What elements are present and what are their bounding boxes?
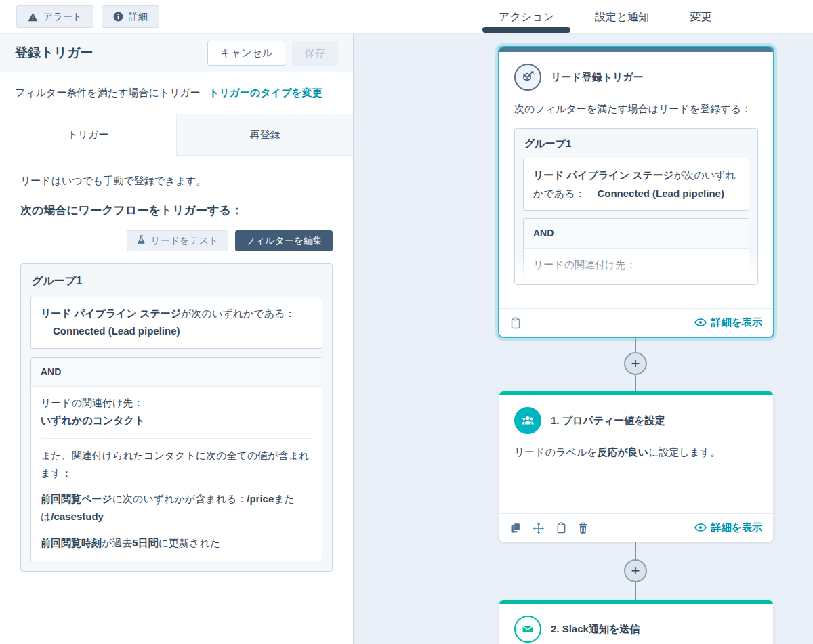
workflow-top-tabs: アクション 設定と通知 変更 — [478, 0, 732, 34]
filter-actions-row: リードをテスト フィルターを編集 — [20, 230, 333, 251]
trigger-card-body: 次のフィルターを満たす場合はリードを登録する： — [514, 101, 758, 118]
group-title: グループ1 — [30, 273, 322, 288]
time-value: 5日間 — [132, 537, 158, 549]
action1-card-footer: 詳細を表示 — [499, 513, 773, 542]
manual-enroll-note: リードはいつでも手動で登録できます。 — [20, 175, 333, 188]
page-condition: 前回閲覧ページに次のいずれかが含まれる：/priceまたは/casestudy — [41, 490, 312, 526]
trigger-and-label: AND — [524, 219, 749, 249]
trigger-card-head: リード登録トリガー — [514, 64, 758, 91]
condition-property: リード パイプライン ステージ — [41, 307, 181, 319]
top-bar: アラート 詳細 アクション 設定と通知 変更 — [0, 0, 813, 34]
trigger-card-topbar — [499, 47, 773, 52]
contains-intro: また、関連付けられたコンタクトに次の全ての値が含まれます： — [41, 447, 312, 483]
enrollment-trigger-panel: 登録トリガー キャンセル 保存 フィルター条件を満たす場合にトリガー トリガーの… — [0, 34, 354, 644]
time-mid: が過去 — [102, 537, 132, 549]
change-trigger-type-link[interactable]: トリガーのタイプを変更 — [209, 87, 322, 98]
action2-card-title: 2. Slack通知を送信 — [551, 623, 640, 636]
plus-icon: + — [631, 563, 640, 578]
trigger-card[interactable]: リード登録トリガー 次のフィルターを満たす場合はリードを登録する： グループ1 … — [499, 47, 773, 337]
test-leads-label: リードをテスト — [150, 235, 218, 247]
condition-pipeline-stage[interactable]: リード パイプライン ステージが次のいずれかである：Connected (Lea… — [30, 297, 322, 349]
tab-changes-label: 変更 — [690, 10, 711, 24]
enrollment-trigger-icon — [514, 64, 541, 91]
page-property: 前回閲覧ページ — [41, 493, 112, 505]
trash-icon[interactable] — [578, 522, 588, 534]
save-button[interactable]: 保存 — [292, 41, 338, 66]
trigger-condition-pipeline: リード パイプライン ステージが次のいずれかである：Connected (Lea… — [523, 158, 749, 211]
filter-group-box: グループ1 リード パイプライン ステージが次のいずれかである：Connecte… — [20, 263, 333, 572]
tab-trigger[interactable]: トリガー — [0, 114, 176, 156]
tab-settings-notifications[interactable]: 設定と通知 — [575, 0, 669, 34]
tab-actions-label: アクション — [499, 10, 554, 24]
panel-tabs: トリガー 再登録 — [0, 114, 353, 156]
condition-value: Connected (Lead pipeline) — [53, 325, 180, 337]
slack-notification-icon — [514, 616, 541, 643]
tab-settings-label: 設定と通知 — [595, 10, 649, 24]
move-icon[interactable] — [533, 522, 545, 534]
page-value-2: /casestudy — [51, 511, 104, 522]
add-action-button-1[interactable]: + — [624, 352, 647, 375]
details-button[interactable]: 詳細 — [102, 5, 159, 28]
plus-icon: + — [631, 356, 640, 371]
clipboard-icon[interactable] — [510, 317, 521, 329]
action2-card[interactable]: 2. Slack通知を送信 — [499, 600, 773, 644]
action1-body-post: に設定します。 — [648, 446, 720, 458]
time-condition: 前回閲覧時刻が過去5日間に更新された — [41, 534, 312, 552]
trigger-card-footer: 詳細を表示 — [499, 308, 773, 337]
panel-header: 登録トリガー キャンセル 保存 — [0, 34, 353, 72]
page-operator: に次のいずれかが含まれる： — [112, 493, 247, 505]
tab-reenrollment-label: 再登録 — [250, 129, 280, 142]
action1-show-details-label: 詳細を表示 — [711, 521, 762, 534]
trigger-heading: 次の場合にワークフローをトリガーする： — [20, 202, 333, 218]
action2-card-head: 2. Slack通知を送信 — [514, 616, 758, 643]
trigger-cond-property: リード パイプライン ステージ — [533, 169, 673, 181]
action1-card-title: 1. プロパティー値を設定 — [551, 414, 665, 427]
condition-and-block[interactable]: AND リードの関連付け先： いずれかのコンタクト また、関連付けられたコンタク… — [30, 357, 322, 561]
action1-body-pre: リードのラベルを — [514, 446, 597, 458]
trigger-condition-and: AND リードの関連付け先： いずれかのコンタクト — [523, 218, 749, 285]
warning-icon — [28, 12, 38, 22]
add-action-button-2[interactable]: + — [624, 559, 647, 582]
trigger-show-details-label: 詳細を表示 — [711, 316, 762, 329]
time-tail: に更新された — [159, 537, 220, 549]
trigger-cond-value: Connected (Lead pipeline) — [597, 188, 724, 199]
details-button-label: 詳細 — [129, 11, 148, 23]
edit-filters-button[interactable]: フィルターを編集 — [235, 230, 333, 251]
and-label: AND — [31, 358, 322, 387]
test-leads-button[interactable]: リードをテスト — [127, 230, 228, 251]
action1-body-value: 反応が良い — [597, 446, 648, 458]
panel-title: 登録トリガー — [15, 44, 207, 62]
trigger-card-group-box: グループ1 リード パイプライン ステージが次のいずれかである：Connecte… — [514, 128, 758, 285]
panel-body: リードはいつでも手動で登録できます。 次の場合にワークフローをトリガーする： リ… — [0, 156, 353, 572]
trigger-type-text: フィルター条件を満たす場合にトリガー — [15, 87, 201, 98]
page-value-1: /price — [247, 493, 274, 505]
clipboard-icon[interactable] — [556, 522, 566, 534]
trigger-type-row: フィルター条件を満たす場合にトリガー トリガーのタイプを変更 — [0, 72, 353, 114]
top-left-buttons: アラート 詳細 — [16, 5, 159, 28]
info-icon — [113, 12, 123, 22]
eye-icon — [694, 317, 707, 328]
set-property-icon — [514, 407, 541, 434]
flask-icon — [137, 235, 146, 246]
divider — [41, 438, 312, 439]
action1-card-head: 1. プロパティー値を設定 — [514, 407, 758, 434]
tab-reenrollment[interactable]: 再登録 — [176, 114, 353, 156]
action1-card-body: リードのラベルを反応が良いに設定します。 — [514, 444, 758, 461]
tab-changes[interactable]: 変更 — [669, 0, 732, 34]
trigger-show-details-link[interactable]: 詳細を表示 — [694, 316, 762, 329]
trigger-group-title: グループ1 — [523, 136, 749, 150]
cancel-button[interactable]: キャンセル — [207, 41, 285, 66]
action1-show-details-link[interactable]: 詳細を表示 — [694, 521, 762, 534]
tab-trigger-label: トリガー — [67, 129, 108, 142]
alert-button[interactable]: アラート — [16, 5, 93, 28]
time-property: 前回閲覧時刻 — [41, 537, 102, 549]
tab-actions[interactable]: アクション — [478, 0, 575, 34]
trigger-card-title: リード登録トリガー — [551, 71, 644, 84]
association-value: いずれかのコンタクト — [41, 414, 145, 426]
association-label: リードの関連付け先： — [41, 394, 312, 412]
trigger-association-label: リードの関連付け先： — [533, 256, 739, 274]
alert-button-label: アラート — [43, 11, 82, 23]
clone-icon[interactable] — [510, 522, 521, 534]
workflow-canvas: リード登録トリガー 次のフィルターを満たす場合はリードを登録する： グループ1 … — [354, 34, 813, 644]
action1-card[interactable]: 1. プロパティー値を設定 リードのラベルを反応が良いに設定します。 — [499, 391, 773, 542]
